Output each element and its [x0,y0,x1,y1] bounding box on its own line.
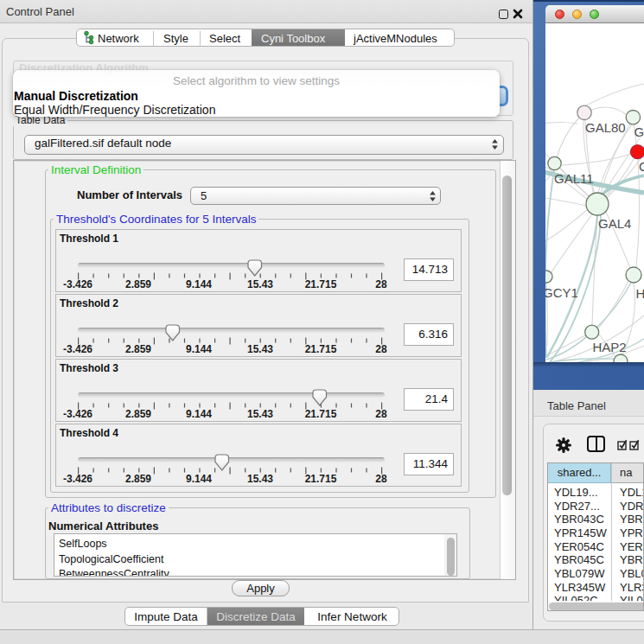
svg-text:GAL4: GAL4 [598,216,631,231]
svg-text:GAL7: GAL7 [634,124,644,139]
svg-text:HAP2: HAP2 [593,340,627,354]
svg-text:GAL11: GAL11 [554,171,594,186]
svg-text:CD: CD [639,159,644,174]
svg-text:GCY1: GCY1 [545,285,578,300]
svg-text:GAL80: GAL80 [585,120,626,135]
svg-text:HI: HI [636,286,644,301]
